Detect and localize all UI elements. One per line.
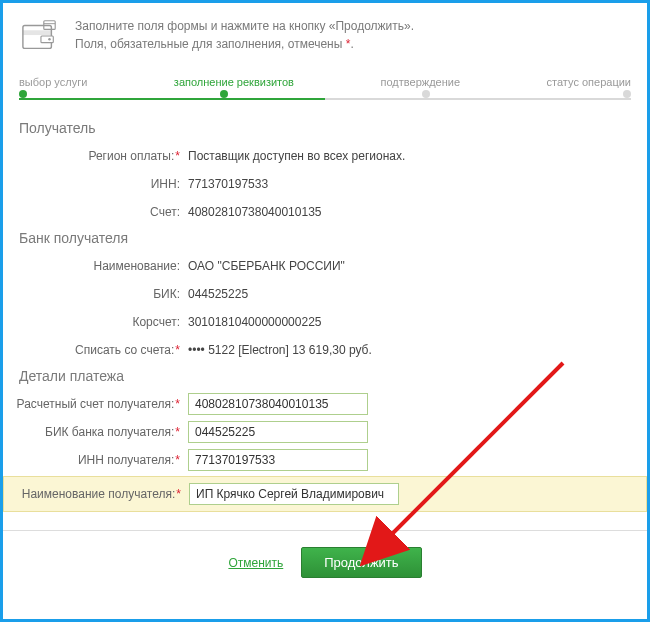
- divider: [3, 530, 647, 531]
- row-recipient-inn: ИНН: 771370197533: [3, 170, 647, 198]
- row-payment-region: Регион оплаты:* Поставщик доступен во вс…: [3, 142, 647, 170]
- bank-bik-value: 044525225: [188, 287, 248, 301]
- cancel-link[interactable]: Отменить: [228, 556, 283, 570]
- step-select-service: выбор услуги: [19, 76, 87, 88]
- recipient-name-input[interactable]: [189, 483, 399, 505]
- section-details: Детали платежа: [3, 368, 647, 384]
- recipient-inn-value: 771370197533: [188, 177, 268, 191]
- step-confirm: подтверждение: [381, 76, 460, 88]
- row-bank-bik: БИК: 044525225: [3, 280, 647, 308]
- recipient-bank-bik-input[interactable]: [188, 421, 368, 443]
- bank-corraccount-value: 30101810400000000225: [188, 315, 321, 329]
- recipient-account-value: 40802810738040010135: [188, 205, 321, 219]
- row-source-account: Списать со счета:* •••• 5122 [Electron] …: [3, 336, 647, 364]
- bank-name-value: ОАО "СБЕРБАНК РОССИИ": [188, 259, 345, 273]
- continue-button[interactable]: Продолжить: [301, 547, 421, 578]
- payment-form-window: Заполните поля формы и нажмите на кнопку…: [0, 0, 650, 622]
- step-dot-1: [19, 90, 27, 98]
- row-details-inn: ИНН получателя:*: [3, 446, 647, 474]
- form-header: Заполните поля формы и нажмите на кнопку…: [3, 3, 647, 76]
- step-dot-2: [220, 90, 228, 98]
- step-dot-3: [422, 90, 430, 98]
- svg-rect-4: [41, 36, 53, 43]
- section-recipient: Получатель: [3, 120, 647, 136]
- step-dot-4: [623, 90, 631, 98]
- progress-stepper: выбор услуги заполнение реквизитов подтв…: [19, 76, 631, 102]
- payment-region-value: Поставщик доступен во всех регионах.: [188, 149, 405, 163]
- source-account-value: •••• 5122 [Electron] 13 619,30 руб.: [188, 343, 372, 357]
- wallet-icon: [19, 17, 61, 58]
- instruction-line1: Заполните поля формы и нажмите на кнопку…: [75, 17, 414, 35]
- row-bank-name: Наименование: ОАО "СБЕРБАНК РОССИИ": [3, 252, 647, 280]
- row-details-recipient-name: Наименование получателя:*: [3, 476, 647, 512]
- recipient-inn-input[interactable]: [188, 449, 368, 471]
- step-fill-details: заполнение реквизитов: [174, 76, 294, 88]
- instruction-line2: Поля, обязательные для заполнения, отмеч…: [75, 35, 414, 53]
- svg-point-5: [48, 38, 50, 40]
- row-recipient-account: Счет: 40802810738040010135: [3, 198, 647, 226]
- section-bank: Банк получателя: [3, 230, 647, 246]
- recipient-account-input[interactable]: [188, 393, 368, 415]
- row-bank-corraccount: Корсчет: 30101810400000000225: [3, 308, 647, 336]
- form-instructions: Заполните поля формы и нажмите на кнопку…: [75, 17, 414, 53]
- form-actions: Отменить Продолжить: [3, 541, 647, 596]
- row-details-account: Расчетный счет получателя:*: [3, 390, 647, 418]
- step-status: статус операции: [547, 76, 631, 88]
- row-details-bik: БИК банка получателя:*: [3, 418, 647, 446]
- svg-rect-1: [23, 30, 52, 35]
